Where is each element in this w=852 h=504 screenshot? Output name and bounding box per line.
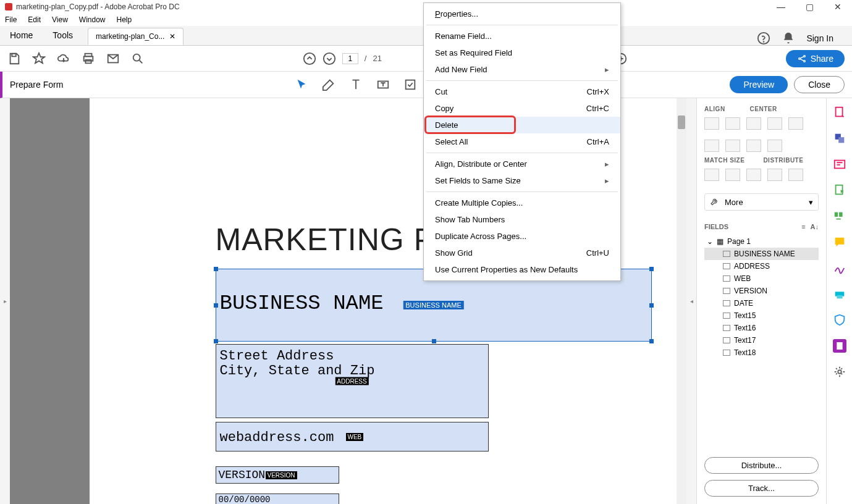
- organize-icon[interactable]: [833, 209, 846, 223]
- match-both-button[interactable]: [746, 169, 761, 181]
- align-center-h-button[interactable]: [725, 117, 740, 130]
- tree-field-text18[interactable]: Text18: [704, 346, 819, 359]
- tree-field-web[interactable]: WEB: [704, 272, 819, 285]
- select-tool-icon[interactable]: [295, 78, 308, 91]
- close-window-button[interactable]: ✕: [824, 0, 852, 14]
- menu-show-grid[interactable]: Show GridCtrl+U: [424, 245, 620, 261]
- protect-icon[interactable]: [833, 313, 846, 327]
- search-icon[interactable]: [131, 52, 145, 65]
- help-icon[interactable]: [757, 32, 770, 45]
- chevron-down-icon: ▾: [809, 198, 813, 207]
- menu-delete[interactable]: Delete: [424, 117, 620, 133]
- align-top-button[interactable]: [704, 140, 719, 152]
- mail-icon[interactable]: [106, 52, 120, 65]
- page-number-input[interactable]: [342, 53, 358, 64]
- minimize-button[interactable]: —: [767, 0, 795, 14]
- checkbox-icon[interactable]: [403, 78, 417, 91]
- bell-icon[interactable]: [782, 32, 795, 45]
- center-both-button[interactable]: [767, 140, 782, 152]
- menu-copy[interactable]: CopyCtrl+C: [424, 100, 620, 117]
- menu-use-current-defaults[interactable]: Use Current Properties as New Defaults: [424, 261, 620, 278]
- tree-field-business-name[interactable]: BUSINESS NAME: [704, 248, 819, 260]
- menu-add-new-field[interactable]: Add New Field▸: [424, 61, 620, 78]
- tab-home[interactable]: Home: [0, 25, 43, 45]
- menu-show-tab-numbers[interactable]: Show Tab Numbers: [424, 211, 620, 228]
- form-field-web[interactable]: webaddress.com WEB: [216, 422, 489, 452]
- form-field-version[interactable]: VERSION VERSION: [216, 466, 339, 484]
- tree-field-text15[interactable]: Text15: [704, 309, 819, 322]
- align-right-button[interactable]: [746, 117, 761, 130]
- fields-sort-icon[interactable]: ≡: [801, 223, 805, 230]
- save-icon[interactable]: [7, 52, 21, 65]
- align-bottom-button[interactable]: [746, 140, 761, 152]
- distribute-h-button[interactable]: [767, 169, 782, 181]
- close-button[interactable]: Close: [794, 76, 845, 93]
- menu-edit[interactable]: Edit: [28, 15, 41, 24]
- menu-align-distribute[interactable]: Align, Distribute or Center▸: [424, 156, 620, 172]
- preview-button[interactable]: Preview: [730, 76, 788, 93]
- menu-properties[interactable]: Properties...: [424, 6, 620, 22]
- combine-icon[interactable]: [833, 132, 846, 145]
- center-h-button[interactable]: [767, 117, 782, 130]
- form-field-date[interactable]: 00/00/0000: [216, 494, 339, 504]
- print-production-icon[interactable]: [833, 287, 846, 301]
- prepare-form-icon[interactable]: [833, 339, 846, 353]
- print-icon[interactable]: [82, 52, 95, 65]
- menu-rename-field[interactable]: Rename Field...: [424, 28, 620, 44]
- edit-tool-icon[interactable]: [322, 78, 335, 91]
- comment-icon[interactable]: [833, 235, 846, 249]
- fields-az-icon[interactable]: A↓: [811, 223, 819, 230]
- sign-icon[interactable]: [833, 261, 846, 275]
- menu-select-all[interactable]: Select AllCtrl+A: [424, 133, 620, 150]
- menu-file[interactable]: File: [5, 15, 17, 24]
- tree-field-date[interactable]: DATE: [704, 297, 819, 309]
- menu-set-required[interactable]: Set as Required Field: [424, 44, 620, 61]
- document-tab[interactable]: marketing-plan_Co... ✕: [88, 28, 183, 45]
- match-width-button[interactable]: [704, 169, 719, 181]
- track-button[interactable]: Track...: [704, 480, 819, 497]
- page-up-icon[interactable]: [303, 52, 316, 65]
- tree-page-1[interactable]: ⌄ ▦ Page 1: [704, 235, 819, 248]
- menu-help[interactable]: Help: [117, 15, 132, 24]
- menu-duplicate-pages[interactable]: Duplicate Across Pages...: [424, 228, 620, 245]
- close-tab-icon[interactable]: ✕: [169, 32, 175, 41]
- align-left-button[interactable]: [704, 117, 719, 130]
- svg-rect-21: [835, 107, 842, 117]
- tree-field-address[interactable]: ADDRESS: [704, 260, 819, 272]
- more-dropdown[interactable]: More ▾: [704, 193, 819, 211]
- star-icon[interactable]: [32, 52, 46, 65]
- align-middle-button[interactable]: [725, 140, 740, 152]
- tree-field-text16[interactable]: Text16: [704, 322, 819, 334]
- menu-cut[interactable]: CutCtrl+X: [424, 83, 620, 100]
- text-box-icon[interactable]: [376, 78, 390, 91]
- scrollbar-thumb[interactable]: [678, 116, 685, 129]
- share-icon: [797, 54, 807, 64]
- form-field-address[interactable]: Street Address City, State and Zip ADDRE…: [216, 344, 489, 418]
- menu-window[interactable]: Window: [79, 15, 106, 24]
- more-tools-icon[interactable]: [833, 365, 846, 379]
- menu-create-copies[interactable]: Create Multiple Copies...: [424, 195, 620, 211]
- tree-field-text17[interactable]: Text17: [704, 334, 819, 346]
- menu-same-size[interactable]: Set Fields to Same Size▸: [424, 172, 620, 189]
- create-pdf-icon[interactable]: [833, 106, 846, 119]
- match-height-button[interactable]: [725, 169, 740, 181]
- tab-tools[interactable]: Tools: [43, 25, 83, 45]
- share-button[interactable]: Share: [786, 50, 845, 67]
- center-v-button[interactable]: [788, 117, 803, 130]
- sign-in-link[interactable]: Sign In: [806, 33, 833, 43]
- tree-field-version[interactable]: VERSION: [704, 285, 819, 297]
- document-tab-label: marketing-plan_Co...: [96, 32, 164, 41]
- edit-pdf-icon[interactable]: [833, 158, 846, 171]
- distribute-button[interactable]: Distribute...: [704, 457, 819, 474]
- maximize-button[interactable]: ▢: [795, 0, 824, 14]
- distribute-v-button[interactable]: [788, 169, 803, 181]
- page-down-icon[interactable]: [323, 52, 336, 65]
- export-icon[interactable]: [833, 183, 846, 197]
- right-collapse-handle[interactable]: ◂: [686, 98, 696, 504]
- left-collapse-handle[interactable]: ▸: [0, 98, 10, 504]
- vertical-scrollbar[interactable]: [677, 98, 686, 504]
- cloud-icon[interactable]: [57, 52, 70, 65]
- menu-view[interactable]: View: [52, 15, 68, 24]
- text-field-icon[interactable]: [349, 78, 363, 91]
- svg-point-7: [133, 54, 140, 61]
